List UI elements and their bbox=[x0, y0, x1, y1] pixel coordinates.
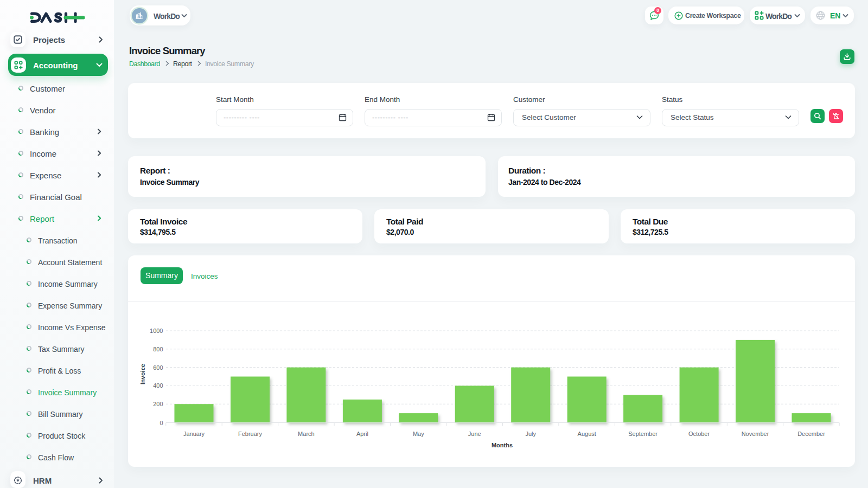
svg-text:1000: 1000 bbox=[150, 328, 163, 334]
svg-text:July: July bbox=[525, 431, 536, 437]
svg-text:October: October bbox=[688, 431, 710, 437]
svg-text:December: December bbox=[797, 431, 825, 437]
svg-text:400: 400 bbox=[153, 382, 163, 389]
svg-text:January: January bbox=[183, 431, 205, 437]
svg-text:May: May bbox=[413, 431, 424, 437]
svg-text:600: 600 bbox=[153, 364, 163, 371]
svg-text:February: February bbox=[238, 431, 263, 437]
svg-text:September: September bbox=[628, 431, 658, 437]
svg-text:August: August bbox=[578, 431, 596, 437]
svg-text:Invoice: Invoice bbox=[139, 364, 146, 384]
svg-text:March: March bbox=[298, 431, 315, 437]
svg-text:800: 800 bbox=[153, 346, 163, 352]
svg-text:200: 200 bbox=[153, 401, 163, 407]
svg-text:Months: Months bbox=[492, 442, 513, 448]
svg-text:November: November bbox=[742, 431, 769, 437]
svg-text:June: June bbox=[468, 431, 481, 437]
svg-text:April: April bbox=[356, 431, 368, 437]
svg-text:0: 0 bbox=[159, 420, 163, 426]
